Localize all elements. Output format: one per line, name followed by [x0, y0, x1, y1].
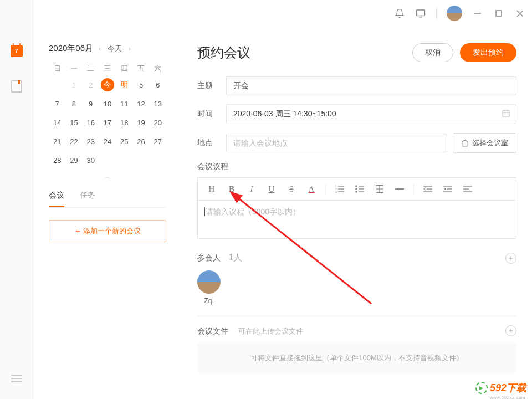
attendee-label: 参会人: [197, 253, 221, 262]
day-cell[interactable]: [150, 154, 166, 167]
file-dropzone[interactable]: 可将文件直接拖到这里（单个文件100M以内，不支持音视频文件）: [197, 343, 516, 373]
day-cell[interactable]: 24: [99, 135, 116, 148]
location-input[interactable]: [226, 134, 447, 152]
select-room-label: 选择会议室: [472, 138, 508, 148]
tool-indent-icon[interactable]: [439, 181, 456, 197]
bell-icon[interactable]: [394, 8, 405, 19]
add-file-button[interactable]: ＋: [505, 325, 516, 336]
mini-calendar: 日 一 二 三 四 五 六 1 2 今 明 5 6 7 8 9 10 11 12…: [49, 64, 166, 167]
next-month-button[interactable]: ›: [126, 44, 133, 54]
editor-toolbar: H B I U S A 123: [197, 177, 516, 200]
home-icon: [461, 139, 469, 147]
rail-calendar-icon[interactable]: 7: [10, 44, 23, 58]
day-cell-tomorrow[interactable]: 明: [116, 78, 132, 91]
location-label: 地点: [197, 138, 226, 148]
header-actions: 取消 发出预约: [412, 43, 516, 62]
tab-task[interactable]: 任务: [80, 191, 95, 207]
svg-rect-8: [496, 11, 502, 16]
day-cell[interactable]: 8: [65, 97, 82, 110]
weekday: 六: [150, 64, 166, 74]
tool-ul-icon[interactable]: [351, 181, 368, 197]
day-cell[interactable]: 22: [65, 135, 82, 148]
svg-rect-11: [503, 110, 509, 117]
day-cell[interactable]: 14: [49, 116, 65, 129]
tool-underline[interactable]: U: [263, 181, 280, 197]
svg-text:3: 3: [335, 190, 337, 193]
rail-notes-icon[interactable]: [10, 80, 23, 93]
day-cell[interactable]: 7: [49, 97, 65, 110]
tab-meeting[interactable]: 会议: [49, 191, 64, 207]
close-icon[interactable]: [514, 8, 525, 19]
day-cell[interactable]: 18: [116, 116, 132, 129]
svg-rect-5: [417, 10, 425, 16]
day-cell[interactable]: 15: [65, 116, 82, 129]
day-cell[interactable]: 25: [116, 135, 132, 148]
weekday: 三: [99, 64, 116, 74]
svg-point-23: [356, 191, 357, 192]
prev-month-button[interactable]: ‹: [96, 44, 103, 54]
tool-outdent-icon[interactable]: [420, 181, 436, 197]
day-cell[interactable]: 11: [116, 97, 132, 110]
user-avatar[interactable]: [447, 6, 462, 21]
subject-input[interactable]: [226, 76, 516, 95]
day-cell[interactable]: 30: [83, 154, 99, 167]
day-cell[interactable]: 12: [132, 97, 149, 110]
day-cell[interactable]: 17: [99, 116, 116, 129]
cancel-button[interactable]: 取消: [412, 43, 453, 62]
agenda-editor[interactable]: 请输入议程（3000字以内）: [197, 200, 516, 239]
day-cell[interactable]: [116, 154, 132, 167]
titlebar-separator: [436, 8, 437, 19]
select-room-button[interactable]: 选择会议室: [453, 133, 516, 153]
day-cell[interactable]: 9: [83, 97, 99, 110]
add-attendee-button[interactable]: ＋: [505, 253, 516, 264]
day-cell[interactable]: [99, 154, 116, 167]
tool-bold[interactable]: B: [223, 181, 240, 197]
time-row: 时间 2020-06-03 周三 14:30~15:00: [197, 104, 516, 124]
attendee-name: Zq.: [204, 297, 213, 305]
day-cell[interactable]: 26: [132, 135, 149, 148]
day-cell-today[interactable]: 今: [99, 78, 116, 91]
day-cell[interactable]: 29: [65, 154, 82, 167]
day-cell[interactable]: [132, 154, 149, 167]
day-cell[interactable]: [49, 78, 65, 91]
day-cell[interactable]: 19: [132, 116, 149, 129]
month-label: 2020年06月: [49, 43, 93, 54]
time-input[interactable]: 2020-06-03 周三 14:30~15:00: [226, 104, 516, 124]
calendar-collapse-icon[interactable]: ︿: [49, 172, 166, 182]
sidebar: 2020年06月 ‹ 今天 › 日 一 二 三 四 五 六 1 2 今 明 5 …: [33, 27, 177, 399]
tool-color[interactable]: A: [303, 181, 320, 197]
day-cell[interactable]: 27: [150, 135, 166, 148]
maximize-icon[interactable]: [493, 8, 504, 19]
day-cell[interactable]: 1: [65, 78, 82, 91]
submit-button[interactable]: 发出预约: [460, 43, 516, 62]
files-hint: 可在此上传会议文件: [238, 327, 303, 335]
day-cell[interactable]: 23: [83, 135, 99, 148]
tool-align-icon[interactable]: [459, 181, 476, 197]
calendar-icon: [502, 109, 510, 120]
tool-heading[interactable]: H: [203, 181, 220, 197]
today-button[interactable]: 今天: [106, 44, 123, 54]
day-cell[interactable]: 13: [150, 97, 166, 110]
attendee-header: 参会人 1人 ＋: [197, 252, 516, 264]
attendee-item[interactable]: Zq.: [197, 270, 221, 305]
tool-ol-icon[interactable]: 123: [331, 181, 348, 197]
day-cell[interactable]: 20: [150, 116, 166, 129]
svg-rect-1: [18, 80, 20, 84]
day-cell[interactable]: 2: [83, 78, 99, 91]
day-cell[interactable]: 5: [132, 78, 149, 91]
rail-menu-icon[interactable]: [0, 375, 33, 382]
tool-hr-icon[interactable]: [391, 181, 408, 197]
day-cell[interactable]: 6: [150, 78, 166, 91]
tool-strike[interactable]: S: [283, 181, 300, 197]
day-cell[interactable]: 21: [49, 135, 65, 148]
minimize-icon[interactable]: [472, 8, 483, 19]
title-bar: [33, 0, 532, 27]
tool-table-icon[interactable]: [371, 181, 388, 197]
add-meeting-button[interactable]: ＋ 添加一个新的会议: [49, 220, 166, 242]
cast-icon[interactable]: [415, 8, 426, 19]
tool-italic[interactable]: I: [243, 181, 260, 197]
day-cell[interactable]: 28: [49, 154, 65, 167]
day-cell[interactable]: 16: [83, 116, 99, 129]
watermark-url: www.592xz.com: [490, 395, 525, 399]
day-cell[interactable]: 10: [99, 97, 116, 110]
